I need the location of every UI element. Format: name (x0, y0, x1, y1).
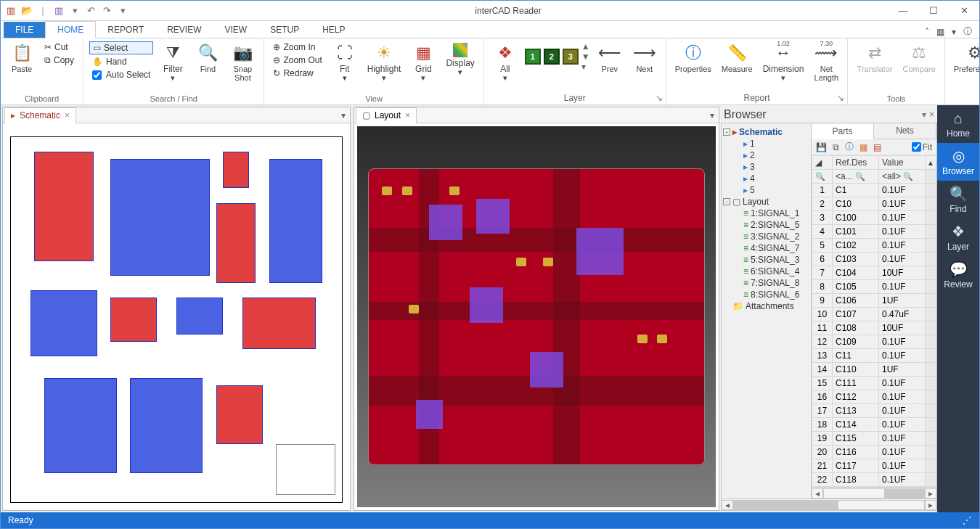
schematic-tab-close-icon[interactable]: × (65, 110, 70, 120)
parts-grid[interactable]: ◢ Ref.Des Value ▴ 🔍 <a... 🔍 <all> 🔍 (812, 155, 936, 487)
qat-drop2-icon[interactable]: ▾ (117, 5, 128, 17)
tree-collapse-icon[interactable]: - (723, 128, 730, 136)
highlight-button[interactable]: ☀Highlight▾ (364, 41, 404, 83)
zoom-out-button[interactable]: ⊖Zoom Out (270, 54, 324, 66)
display-button[interactable]: Display▾ (443, 41, 477, 78)
tab-help[interactable]: HELP (311, 22, 356, 38)
table-row[interactable]: 10C1070.47uF (812, 308, 936, 321)
table-row[interactable]: 19C1150.1UF (812, 432, 936, 446)
resize-grip-icon[interactable]: ⋰ (963, 515, 972, 525)
tab-view[interactable]: VIEW (213, 22, 258, 38)
undo-icon[interactable]: ↶ (85, 5, 97, 17)
tree-signal-layer[interactable]: ≡1:SIGNAL_1 (723, 208, 809, 219)
layer-prev-button[interactable]: ⟵Prev (595, 41, 625, 75)
table-row[interactable]: 22C1180.1UF (812, 473, 936, 487)
table-row[interactable]: 20C1160.1UF (812, 446, 936, 459)
tree-hscroll-left-icon[interactable]: ◂ (722, 500, 733, 510)
table-row[interactable]: 6C1030.1UF (812, 253, 936, 266)
table-row[interactable]: 12C1090.1UF (812, 335, 936, 349)
browser-drop-icon[interactable]: ▾ (922, 110, 926, 120)
maximize-button[interactable]: ☐ (918, 1, 949, 21)
redo-icon[interactable]: ↷ (101, 5, 113, 17)
ribbon-display-icon[interactable]: ▦ (936, 27, 944, 37)
tree-signal-layer[interactable]: ≡4:SIGNAL_7 (723, 242, 809, 254)
filter-index[interactable]: 🔍 (812, 170, 833, 184)
table-row[interactable]: 14C1101UF (812, 363, 936, 377)
snapshot-button[interactable]: 📷Snap Shot (227, 41, 258, 83)
layout-tab[interactable]: ▢ Layout × (356, 107, 417, 123)
parts-hscroll[interactable]: ◂ ▸ (812, 487, 936, 499)
tree-hscroll[interactable]: ◂ ▸ (721, 499, 937, 511)
open-icon[interactable]: 📂 (21, 5, 33, 17)
hand-button[interactable]: ✋Hand (89, 56, 153, 67)
tree-signal-layer[interactable]: ≡8:SIGNAL_6 (723, 289, 809, 300)
tree-signal-layer[interactable]: ≡2:SIGNAL_5 (723, 219, 809, 231)
filter-value[interactable]: <all> 🔍 (878, 170, 925, 184)
table-row[interactable]: 3C1000.1UF (812, 211, 936, 225)
tree-schematic-page[interactable]: ▸1 (723, 138, 809, 149)
find-button[interactable]: 🔍Find (192, 41, 223, 75)
save-list-icon[interactable]: 💾 (816, 142, 827, 152)
measure-button[interactable]: 📏Measure (719, 41, 756, 75)
tree-hscroll-track[interactable] (733, 500, 925, 510)
fit-checkbox-label[interactable]: Fit (912, 142, 932, 152)
table-row[interactable]: 17C1130.1UF (812, 404, 936, 418)
table-row[interactable]: 1C10.1UF (812, 184, 936, 197)
table-row[interactable]: 5C1020.1UF (812, 239, 936, 253)
hscroll-left-icon[interactable]: ◂ (812, 488, 823, 499)
design-tree[interactable]: -▸Schematic ▸1▸2▸3▸4▸5 -▢Layout ≡1:SIGNA… (722, 123, 812, 499)
redraw-button[interactable]: ↻Redraw (270, 67, 324, 79)
tab-setup[interactable]: SETUP (258, 22, 311, 38)
tree-signal-layer[interactable]: ≡7:SIGNAL_8 (723, 277, 809, 289)
report-launcher-icon[interactable]: ↘ (837, 93, 844, 103)
close-button[interactable]: ✕ (949, 1, 979, 21)
layer-3-button[interactable]: 3 (563, 49, 579, 65)
tree-hscroll-thumb[interactable] (734, 501, 838, 509)
ribbon-drop-icon[interactable]: ▾ (952, 27, 956, 37)
table-row[interactable]: 8C1050.1UF (812, 280, 936, 294)
table-row[interactable]: 18C1140.1UF (812, 418, 936, 432)
net-length-button[interactable]: 7.30⟿Net Length (811, 41, 841, 83)
grid-view-icon[interactable]: ▦ (859, 142, 867, 152)
schematic-tab[interactable]: ▸ Schematic × (4, 107, 76, 123)
layer-2-button[interactable]: 2 (544, 49, 560, 65)
tree-schematic-page[interactable]: ▸3 (723, 161, 809, 173)
copy-list-icon[interactable]: ⧉ (833, 142, 839, 152)
minimize-button[interactable]: — (888, 1, 918, 21)
layer-drop[interactable]: ▾ (581, 62, 590, 72)
preferences-button[interactable]: ⚙Preferences (951, 41, 980, 75)
schematic-viewport[interactable] (3, 123, 350, 510)
zoom-in-button[interactable]: ⊕Zoom In (270, 41, 324, 53)
tab-review[interactable]: REVIEW (155, 22, 213, 38)
auto-select-button[interactable]: Auto Select (89, 69, 153, 81)
info-list-icon[interactable]: ⓘ (845, 141, 854, 153)
tab-report[interactable]: REPORT (96, 22, 155, 38)
grid-button[interactable]: ▦Grid▾ (408, 41, 438, 83)
layer-all-button[interactable]: ❖All▾ (490, 41, 520, 83)
dimension-button[interactable]: 1.02↔Dimension▾ (760, 41, 807, 83)
copy-button[interactable]: ⧉Copy (41, 54, 77, 66)
fit-checkbox[interactable] (912, 142, 921, 152)
browser-close-icon[interactable]: × (929, 110, 934, 120)
table-row[interactable]: 2C100.1UF (812, 197, 936, 211)
nets-tab[interactable]: Nets (874, 123, 936, 139)
table-row[interactable]: 15C1110.1UF (812, 377, 936, 390)
tab-home[interactable]: HOME (45, 21, 96, 38)
parts-tab[interactable]: Parts (812, 124, 874, 139)
schematic-tab-drop-icon[interactable]: ▾ (337, 110, 350, 120)
layer-1-button[interactable]: 1 (525, 49, 541, 65)
properties-button[interactable]: ⓘProperties (672, 41, 714, 75)
table-row[interactable]: 7C10410UF (812, 266, 936, 280)
hscroll-track[interactable] (823, 488, 925, 499)
col-value[interactable]: Value (878, 156, 925, 170)
tab-file[interactable]: FILE (4, 22, 45, 38)
sidebar-item-home[interactable]: ⌂Home (937, 105, 979, 143)
tree-hscroll-right-icon[interactable]: ▸ (925, 500, 936, 510)
help-icon[interactable]: ⓘ (963, 25, 972, 38)
tree-schematic-page[interactable]: ▸4 (723, 173, 809, 184)
layer-next-button[interactable]: ⟶Next (629, 41, 660, 75)
col-refdes[interactable]: Ref.Des (833, 156, 879, 170)
fit-button[interactable]: ⛶Fit▾ (330, 41, 360, 83)
filter-refdes[interactable]: <a... 🔍 (833, 170, 879, 184)
tree-schematic-page[interactable]: ▸2 (723, 149, 809, 161)
